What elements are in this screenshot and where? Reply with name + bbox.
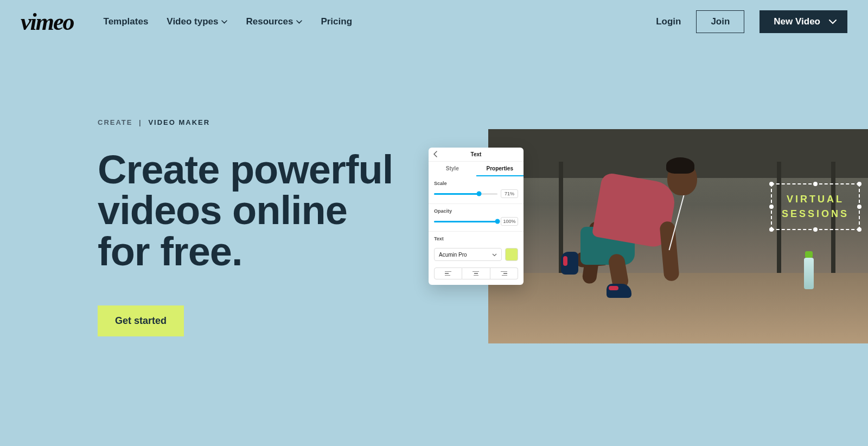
hero-title: Create powerful videos online for free. xyxy=(98,149,401,272)
opacity-section: Opacity 100% xyxy=(429,204,524,227)
scale-slider[interactable] xyxy=(434,193,497,195)
align-right-button[interactable] xyxy=(490,267,518,279)
nav-video-types-label: Video types xyxy=(167,16,218,27)
align-left-icon xyxy=(445,271,451,276)
overlay-line2: SESSIONS xyxy=(782,207,849,221)
resize-handle[interactable] xyxy=(769,227,774,232)
overlay-line1: VIRTUAL xyxy=(782,192,849,207)
back-icon[interactable] xyxy=(433,151,438,158)
breadcrumb-root[interactable]: CREATE xyxy=(98,118,132,126)
nav-resources[interactable]: Resources xyxy=(246,16,302,27)
resize-handle[interactable] xyxy=(857,182,861,186)
scale-slider-fill xyxy=(434,193,479,195)
nav-video-types[interactable]: Video types xyxy=(167,16,227,27)
new-video-button[interactable]: New Video xyxy=(760,10,847,33)
chevron-down-icon xyxy=(829,20,837,24)
text-properties-panel: Text Style Properties Scale 71% Opacity … xyxy=(429,148,524,285)
tab-style[interactable]: Style xyxy=(429,162,476,176)
water-bottle-icon xyxy=(804,258,814,289)
tab-properties[interactable]: Properties xyxy=(476,162,524,176)
nav-pricing[interactable]: Pricing xyxy=(321,16,352,27)
align-center-button[interactable] xyxy=(462,267,490,279)
chevron-down-icon xyxy=(492,252,497,258)
hero-image: VIRTUAL SESSIONS xyxy=(488,129,868,343)
panel-header: Text xyxy=(429,148,524,162)
align-left-button[interactable] xyxy=(434,267,462,279)
font-select-value: Acumin Pro xyxy=(439,252,467,258)
scale-label: Scale xyxy=(434,181,518,186)
nav-resources-label: Resources xyxy=(246,16,293,27)
resize-handle[interactable] xyxy=(769,205,774,209)
site-header: vimeo Templates Video types Resources Pr… xyxy=(0,0,868,37)
chevron-down-icon xyxy=(296,20,302,24)
runner-illustration xyxy=(559,156,738,297)
resize-handle[interactable] xyxy=(813,182,818,186)
breadcrumb: CREATE | VIDEO MAKER xyxy=(98,118,868,126)
align-right-icon xyxy=(501,271,507,276)
align-center-icon xyxy=(473,271,479,276)
nav-pricing-label: Pricing xyxy=(321,16,352,27)
text-overlay-selection[interactable]: VIRTUAL SESSIONS xyxy=(771,183,860,230)
vimeo-logo[interactable]: vimeo xyxy=(21,8,74,36)
login-link[interactable]: Login xyxy=(656,16,681,27)
scale-section: Scale 71% xyxy=(429,176,524,199)
opacity-label: Opacity xyxy=(434,208,518,214)
primary-nav: Templates Video types Resources Pricing xyxy=(104,16,353,27)
breadcrumb-separator: | xyxy=(139,118,142,126)
text-align-group xyxy=(429,263,524,279)
join-button[interactable]: Join xyxy=(696,10,744,33)
opacity-slider[interactable] xyxy=(434,221,497,222)
panel-title: Text xyxy=(471,151,482,157)
nav-templates[interactable]: Templates xyxy=(104,16,149,27)
breadcrumb-current: VIDEO MAKER xyxy=(148,118,210,126)
panel-tabs: Style Properties xyxy=(429,162,524,176)
opacity-slider-fill xyxy=(434,221,497,222)
resize-handle[interactable] xyxy=(857,227,861,232)
resize-handle[interactable] xyxy=(769,182,774,186)
text-color-swatch[interactable] xyxy=(505,248,518,261)
scale-slider-thumb[interactable] xyxy=(477,192,482,196)
scale-value[interactable]: 71% xyxy=(501,189,518,198)
new-video-label: New Video xyxy=(774,16,820,27)
font-select[interactable]: Acumin Pro xyxy=(434,248,502,261)
nav-templates-label: Templates xyxy=(104,16,149,27)
auth-nav: Login Join New Video xyxy=(656,10,847,33)
text-font-section: Text xyxy=(429,232,524,246)
get-started-button[interactable]: Get started xyxy=(98,305,184,336)
resize-handle[interactable] xyxy=(857,205,861,209)
opacity-value[interactable]: 100% xyxy=(501,217,518,226)
opacity-slider-thumb[interactable] xyxy=(495,219,500,224)
resize-handle[interactable] xyxy=(813,227,818,232)
chevron-down-icon xyxy=(221,20,227,24)
text-section-label: Text xyxy=(434,236,518,241)
